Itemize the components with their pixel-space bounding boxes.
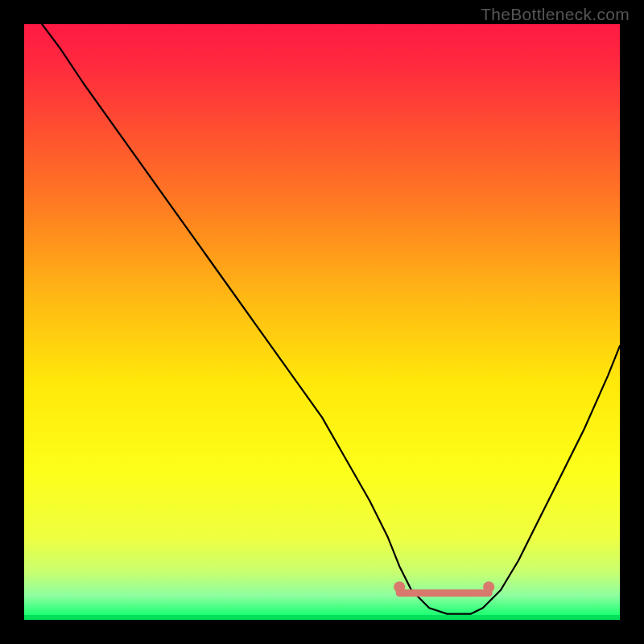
watermark-text: TheBottleneck.com (481, 5, 630, 24)
optimal-start-dot (394, 581, 405, 592)
chart-background (24, 24, 620, 620)
optimal-end-dot (483, 581, 494, 592)
chart-svg (24, 24, 620, 620)
chart-container: TheBottleneck.com (0, 0, 644, 644)
plot-area (24, 24, 620, 620)
baseline-strip (24, 615, 620, 620)
